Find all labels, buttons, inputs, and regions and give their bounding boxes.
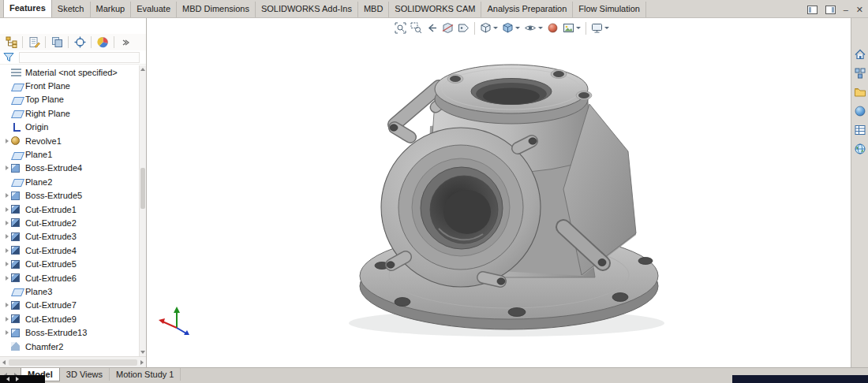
expand-arrow-icon[interactable] — [3, 262, 11, 266]
plane-icon — [11, 84, 24, 91]
display-manager-icon[interactable] — [92, 34, 114, 50]
zoom-to-area-icon[interactable] — [409, 21, 424, 35]
tab-solidworks-cam[interactable]: SOLIDWORKS CAM — [389, 2, 481, 17]
minimize-icon[interactable]: – — [844, 6, 848, 14]
tree-vertical-scrollbar[interactable] — [139, 65, 146, 356]
home-icon[interactable] — [852, 46, 868, 61]
tree-item-material[interactable]: Material <not specified> — [0, 65, 139, 79]
tree-item-boss-extrude5[interactable]: Boss-Extrude5 — [0, 189, 139, 203]
configuration-manager-icon[interactable] — [46, 34, 68, 50]
tree-item-plane1[interactable]: Plane1 — [0, 147, 139, 161]
tree-item-top-plane[interactable]: Top Plane — [0, 93, 139, 106]
scrollbar-thumb[interactable] — [140, 168, 145, 209]
filter-funnel-icon[interactable] — [3, 52, 14, 62]
tab-mbd[interactable]: MBD — [358, 2, 389, 17]
close-icon[interactable]: ✕ — [856, 6, 863, 14]
expand-arrow-icon[interactable] — [3, 207, 11, 212]
tree-item-label: Boss-Extrude5 — [25, 191, 82, 200]
scroll-right-button[interactable] — [140, 360, 144, 365]
tree-item-plane2[interactable]: Plane2 — [0, 175, 139, 188]
tab-features[interactable]: Features — [3, 0, 52, 17]
dynamic-annotation-views-icon[interactable] — [456, 21, 471, 35]
expand-arrow-icon[interactable] — [3, 330, 11, 335]
section-view-icon[interactable] — [440, 21, 455, 35]
tree-item-cut-extrude2[interactable]: Cut-Extrude2 — [0, 216, 139, 229]
view-orientation-icon[interactable] — [478, 21, 499, 35]
expand-arrow-icon[interactable] — [3, 248, 11, 253]
tree-item-cut-extrude7[interactable]: Cut-Extrude7 — [0, 299, 139, 312]
tree-item-label: Boss-Extrude13 — [25, 328, 87, 337]
scroll-left-button[interactable] — [2, 360, 6, 365]
scroll-up-button[interactable] — [140, 65, 146, 73]
edit-appearance-icon[interactable] — [545, 21, 560, 35]
tree-item-cut-extrude1[interactable]: Cut-Extrude1 — [0, 203, 139, 216]
custom-properties-icon[interactable] — [852, 122, 868, 137]
chamfer-icon — [11, 342, 20, 351]
tree-item-cut-extrude5[interactable]: Cut-Extrude5 — [0, 257, 139, 270]
expand-arrow-icon[interactable] — [3, 221, 11, 225]
dropdown-caret-icon[interactable] — [515, 27, 520, 29]
previous-view-icon[interactable] — [425, 21, 440, 35]
graphics-viewport[interactable] — [147, 18, 851, 367]
tree-item-cut-extrude3[interactable]: Cut-Extrude3 — [0, 230, 139, 244]
property-manager-icon[interactable] — [23, 34, 45, 50]
tree-item-cut-extrude4[interactable]: Cut-Extrude4 — [0, 244, 139, 257]
tree-item-chamfer2[interactable]: Chamfer2 — [0, 340, 139, 353]
window-controls: – ✕ — [807, 6, 863, 14]
dropdown-caret-icon[interactable] — [604, 27, 609, 29]
expand-arrow-icon[interactable] — [3, 276, 11, 281]
appearances-scenes-icon[interactable] — [852, 103, 868, 118]
dropdown-caret-icon[interactable] — [538, 27, 543, 29]
tree-item-label: Revolve1 — [25, 136, 62, 146]
featuremanager-design-tree-icon[interactable] — [0, 34, 22, 50]
expand-arrow-icon[interactable] — [3, 165, 11, 170]
expand-arrow-icon[interactable] — [3, 234, 11, 239]
scrollbar-thumb[interactable] — [9, 359, 137, 366]
display-style-icon[interactable] — [500, 21, 522, 35]
hide-show-items-icon[interactable] — [522, 21, 544, 35]
tab-analysis-preparation[interactable]: Analysis Preparation — [481, 2, 573, 17]
file-explorer-icon[interactable] — [852, 84, 868, 99]
expand-arrow-icon[interactable] — [3, 193, 11, 198]
design-library-icon[interactable] — [852, 65, 868, 80]
tree-item-cut-extrude9[interactable]: Cut-Extrude9 — [0, 312, 139, 325]
dock-pane-left-icon[interactable] — [807, 6, 817, 14]
dropdown-caret-icon[interactable] — [576, 27, 581, 29]
dimxpert-manager-icon[interactable] — [69, 34, 91, 50]
expand-arrow-icon[interactable] — [3, 303, 11, 307]
prev-arrow-icon[interactable] — [6, 377, 9, 381]
cut-extrude-icon — [11, 301, 20, 310]
zoom-to-fit-icon[interactable] — [393, 21, 408, 35]
tab-sketch[interactable]: Sketch — [52, 2, 91, 17]
tree-item-boss-extrude13[interactable]: Boss-Extrude13 — [0, 325, 139, 339]
tab-flow-simulation[interactable]: Flow Simulation — [573, 2, 646, 17]
dock-pane-right-icon[interactable] — [825, 6, 836, 14]
view-settings-icon[interactable] — [589, 21, 611, 35]
tree-item-boss-extrude4[interactable]: Boss-Extrude4 — [0, 162, 139, 175]
tab-markup[interactable]: Markup — [91, 2, 132, 17]
scroll-down-button[interactable] — [140, 348, 146, 356]
boss-extrude-icon — [11, 192, 20, 200]
tree-filter-input[interactable] — [19, 52, 140, 63]
tab-solidworks-addins[interactable]: SOLIDWORKS Add-Ins — [256, 2, 358, 17]
next-arrow-icon[interactable] — [16, 377, 19, 381]
tab-evaluate[interactable]: Evaluate — [131, 2, 177, 17]
more-tabs-chevron-icon[interactable] — [114, 34, 137, 50]
tree-item-right-plane[interactable]: Right Plane — [0, 106, 139, 120]
expand-arrow-icon[interactable] — [3, 317, 11, 322]
tree-item-front-plane[interactable]: Front Plane — [0, 79, 139, 92]
solidworks-forum-icon[interactable] — [852, 141, 868, 156]
tree-horizontal-scrollbar[interactable] — [0, 356, 146, 367]
expand-arrow-icon[interactable] — [3, 139, 11, 143]
tree-item-origin[interactable]: Origin — [0, 121, 139, 134]
tab-3d-views[interactable]: 3D Views — [60, 368, 110, 381]
apply-scene-icon[interactable] — [561, 21, 582, 35]
tree-item-plane3[interactable]: Plane3 — [0, 284, 139, 298]
tree-item-revolve1[interactable]: Revolve1 — [0, 134, 139, 147]
part-model-3d-view[interactable] — [339, 58, 671, 346]
dropdown-caret-icon[interactable] — [493, 27, 498, 29]
heads-up-view-toolbar — [393, 21, 611, 35]
tree-item-cut-extrude6[interactable]: Cut-Extrude6 — [0, 271, 139, 284]
tab-mbd-dimensions[interactable]: MBD Dimensions — [177, 2, 256, 17]
tab-motion-study-1[interactable]: Motion Study 1 — [110, 368, 181, 381]
